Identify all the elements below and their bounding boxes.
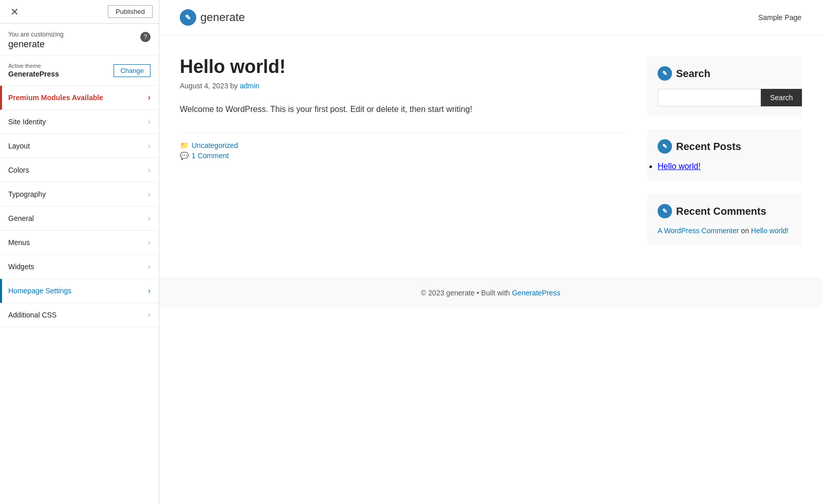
chevron-right-icon: › [148,141,151,151]
chevron-right-icon: › [148,165,151,175]
search-title-text: Search [676,68,711,80]
general-label: General [8,214,34,222]
widget-logo-icon: ✎ [658,139,672,154]
colors-label: Colors [8,166,29,174]
search-form: Search [658,89,791,106]
site-footer: © 2023 generate • Built with GeneratePre… [159,278,822,307]
chevron-right-icon: › [148,190,151,199]
category-link[interactable]: Uncategorized [192,141,238,150]
sample-page-link[interactable]: Sample Page [758,13,801,22]
folder-icon: 📁 [180,141,189,150]
post-by: by [230,82,240,90]
customizer-sidebar: ✕ Published You are customizing generate… [0,0,159,504]
wp-sidebar: ✎ Search Search ✎ Recent Posts [647,56,801,257]
help-button[interactable]: ? [140,32,151,42]
preview-area: ✎ generate Sample Page Hello world! Augu… [159,0,822,504]
site-logo[interactable]: ✎ generate [180,9,245,26]
list-item: Hello world! [658,162,791,171]
chevron-right-icon: › [148,310,151,320]
recent-posts-title: ✎ Recent Posts [658,139,791,154]
site-name: generate [200,11,245,24]
customizing-name: generate [8,39,64,50]
post-category: 📁 Uncategorized [180,141,627,150]
sidebar-item-widgets[interactable]: Widgets › [0,255,159,279]
chevron-right-icon: › [148,286,151,295]
active-theme-section: Active theme GeneratePress Change [0,55,159,86]
recent-posts-list: Hello world! [658,162,791,171]
post-date: August 4, 2023 [180,82,228,90]
search-input[interactable] [658,89,761,106]
recent-comments-title-text: Recent Comments [676,206,767,217]
comments-link[interactable]: 1 Comment [192,152,229,160]
sidebar-header: ✕ Published [0,0,159,24]
footer-text: © 2023 generate • Built with [421,289,510,297]
post-comments: 💬 1 Comment [180,152,627,160]
change-theme-button[interactable]: Change [114,64,151,77]
post-meta: August 4, 2023 by admin [180,82,627,90]
theme-name: GeneratePress [8,70,59,78]
recent-posts-title-text: Recent Posts [676,141,741,153]
comment-item: A WordPress Commenter on Hello world! [658,227,791,235]
close-icon: ✕ [10,6,19,17]
chevron-right-icon: › [148,117,151,126]
search-submit-button[interactable]: Search [761,89,802,106]
recent-posts-widget: ✎ Recent Posts Hello world! [647,129,801,181]
recent-post-link[interactable]: Hello world! [658,162,701,171]
premium-modules-label: Premium Modules Available [8,94,103,102]
site-identity-label: Site Identity [8,118,46,126]
sidebar-item-general[interactable]: General › [0,207,159,231]
close-button[interactable]: ✕ [6,5,23,19]
site-nav: Sample Page [758,13,801,22]
customizer-nav-items: Premium Modules Available › Site Identit… [0,86,159,504]
homepage-settings-label: Homepage Settings [8,287,71,295]
additional-css-label: Additional CSS [8,311,57,319]
layout-label: Layout [8,142,30,150]
comment-on-text: on [741,227,751,235]
chevron-right-icon: › [148,214,151,223]
menus-label: Menus [8,238,30,247]
logo-icon: ✎ [180,9,196,26]
post-content: Welcome to WordPress. This is your first… [180,102,627,116]
chevron-right-icon: › [148,238,151,247]
customizing-label: You are customizing [8,31,64,38]
comment-icon: 💬 [180,152,189,160]
comment-post-link[interactable]: Hello world! [751,227,789,235]
widget-logo-icon: ✎ [658,204,672,218]
sidebar-item-menus[interactable]: Menus › [0,231,159,255]
chevron-right-icon: › [148,262,151,271]
sidebar-item-homepage-settings[interactable]: Homepage Settings › [0,279,159,303]
comment-author-link[interactable]: A WordPress Commenter [658,227,739,235]
wp-main: Hello world! August 4, 2023 by admin Wel… [180,56,647,257]
sidebar-item-colors[interactable]: Colors › [0,158,159,182]
active-theme-label: Active theme [8,63,59,69]
wp-site: ✎ generate Sample Page Hello world! Augu… [159,0,822,504]
widgets-label: Widgets [8,263,34,271]
sidebar-item-layout[interactable]: Layout › [0,134,159,158]
site-header: ✎ generate Sample Page [159,0,822,35]
post-author-link[interactable]: admin [240,82,259,90]
search-widget-title: ✎ Search [658,66,791,81]
recent-comments-title: ✎ Recent Comments [658,204,791,218]
footer-link[interactable]: GeneratePress [512,289,560,297]
published-button[interactable]: Published [108,5,153,18]
sidebar-item-site-identity[interactable]: Site Identity › [0,110,159,134]
sidebar-item-additional-css[interactable]: Additional CSS › [0,303,159,327]
typography-label: Typography [8,190,46,198]
search-widget: ✎ Search Search [647,56,801,117]
customizing-section: You are customizing generate ? [0,24,159,55]
chevron-right-icon: › [148,93,151,102]
recent-comments-widget: ✎ Recent Comments A WordPress Commenter … [647,194,801,245]
sidebar-item-premium-modules[interactable]: Premium Modules Available › [0,86,159,110]
widget-logo-icon: ✎ [658,66,672,81]
wp-content-area: Hello world! August 4, 2023 by admin Wel… [159,35,822,278]
post-title: Hello world! [180,56,627,78]
post-footer: 📁 Uncategorized 💬 1 Comment [180,133,627,160]
sidebar-item-typography[interactable]: Typography › [0,182,159,207]
